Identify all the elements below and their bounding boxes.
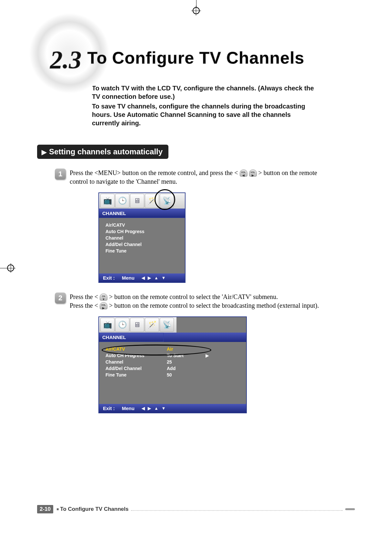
vol-right-icon: VOL▶	[100, 302, 107, 309]
vol-right-icon: VOL▶	[249, 170, 257, 177]
clock-icon: 🕒	[115, 318, 129, 332]
osd-item-value: To Start	[167, 352, 202, 359]
osd-tab-strip: 📺 🕒 🖥 🪄 📡	[99, 317, 176, 333]
dish-icon: 📡	[160, 194, 174, 208]
osd-item: Fine Tune	[106, 248, 167, 254]
tv-icon: 📺	[100, 318, 115, 332]
ch-down-icon: CH▼	[100, 294, 107, 301]
osd-1-wrap: 📺 🕒 🖥 🪄 📡 CHANNEL Air/CATV Auto CH Progr…	[98, 192, 355, 283]
wand-icon: 🪄	[145, 194, 159, 208]
osd-arrows-icon: ◀ ▶ ▲ ▼	[142, 275, 167, 280]
page: 2.3 To Configure TV Channels To watch TV…	[0, 0, 392, 536]
osd-item-key: Channel	[106, 359, 167, 365]
osd-exit-label: Exit :	[103, 406, 115, 411]
osd-menu-label: Menu	[122, 406, 135, 411]
vol-right-label: VOL	[250, 171, 255, 173]
osd-item: Add/Del Channel	[106, 241, 167, 248]
subsection-title: Setting channels automatically	[49, 147, 163, 156]
intro-block: To watch TV with the LCD TV, configure t…	[92, 84, 319, 127]
monitor-icon: 🖥	[130, 194, 144, 208]
section-title: To Configure TV Channels	[87, 48, 305, 67]
step-2-body: Press the < CH▼ > button on the remote c…	[70, 293, 355, 310]
osd-item-key: Fine Tune	[106, 372, 167, 378]
osd-item-key: Add/Del Channel	[106, 365, 167, 372]
subsection-header: ▶Setting channels automatically	[37, 145, 168, 159]
clock-icon: 🕒	[115, 194, 129, 208]
footer-square-icon: ■	[56, 507, 59, 511]
wand-icon: 🪄	[145, 318, 159, 332]
ch-down-label: CH	[102, 295, 105, 297]
osd-item: Channel	[106, 235, 167, 241]
step-2-text-b: > button on the remote control to select…	[109, 293, 278, 300]
osd-tab-strip: 📺 🕒 🖥 🪄 📡	[99, 193, 185, 209]
osd-titlebar-fill	[164, 333, 246, 342]
osd-menu-1: 📺 🕒 🖥 🪄 📡 CHANNEL Air/CATV Auto CH Progr…	[98, 192, 186, 283]
step-2-text-c: Press the <	[70, 302, 98, 309]
step-number-badge: 1	[55, 169, 66, 180]
intro-paragraph-2: To save TV channels, configure the chann…	[92, 102, 319, 127]
osd-body: Air/CATV Auto CH Progress Channel Add/De…	[99, 218, 185, 273]
vol-left-icon: VOL◀	[240, 170, 247, 177]
step-number-badge: 2	[55, 293, 66, 304]
osd-footer: Exit : Menu ◀ ▶ ▲ ▼	[99, 404, 246, 413]
vol-left-label: VOL	[241, 171, 246, 173]
triangle-icon: ▶	[42, 148, 46, 156]
section-header: 2.3 To Configure TV Channels	[37, 13, 355, 74]
osd-2-wrap: 📺 🕒 🖥 🪄 📡 CHANNEL Air/CATVAir Auto CH Pr…	[98, 316, 355, 413]
osd-item-key: Auto CH Progress	[106, 352, 167, 359]
osd-footer: Exit : Menu ◀ ▶ ▲ ▼	[99, 273, 185, 282]
step-1-body: Press the <MENU> button on the remote co…	[70, 169, 355, 186]
page-number: 2-10	[37, 505, 53, 513]
osd-menu-label: Menu	[122, 275, 135, 281]
footer-end-icon	[345, 508, 355, 510]
osd-arrows-icon: ◀ ▶ ▲ ▼	[142, 406, 167, 411]
osd-item-key: Air/CATV	[106, 346, 167, 352]
step-2-text-d: > button on the remote control to select…	[109, 302, 319, 309]
osd-item: Air/CATV	[106, 222, 167, 228]
osd-item-value: Air	[167, 346, 202, 352]
section-number: 2.3	[50, 45, 82, 74]
page-footer: 2-10 ■ To Configure TV Channels	[37, 505, 355, 513]
osd-exit-label: Exit :	[103, 275, 115, 281]
step-2: 2 Press the < CH▼ > button on the remote…	[37, 293, 355, 310]
step-1: 1 Press the <MENU> button on the remote …	[37, 169, 355, 186]
tv-icon: 📺	[100, 194, 115, 208]
osd-menu-2: 📺 🕒 🖥 🪄 📡 CHANNEL Air/CATVAir Auto CH Pr…	[98, 316, 247, 413]
osd-item: Auto CH Progress	[106, 228, 167, 235]
submenu-arrow-icon: ▶	[202, 352, 209, 359]
footer-dots	[131, 508, 343, 511]
monitor-icon: 🖥	[130, 318, 144, 332]
osd-title: CHANNEL	[99, 209, 185, 218]
vol-right-label: VOL	[101, 304, 106, 306]
osd-title: CHANNEL	[99, 333, 164, 342]
step-2-text-a: Press the <	[70, 293, 98, 300]
osd-body: Air/CATVAir Auto CH ProgressTo Start▶ Ch…	[99, 342, 246, 404]
intro-paragraph-1: To watch TV with the LCD TV, configure t…	[92, 84, 319, 101]
step-1-text-a: Press the <MENU> button on the remote co…	[70, 169, 238, 176]
footer-title: To Configure TV Channels	[60, 506, 128, 512]
osd-item-value: Add	[167, 365, 202, 372]
dish-icon: 📡	[160, 318, 174, 332]
osd-item-value: 50	[167, 372, 202, 378]
osd-item-value: 25	[167, 359, 202, 365]
